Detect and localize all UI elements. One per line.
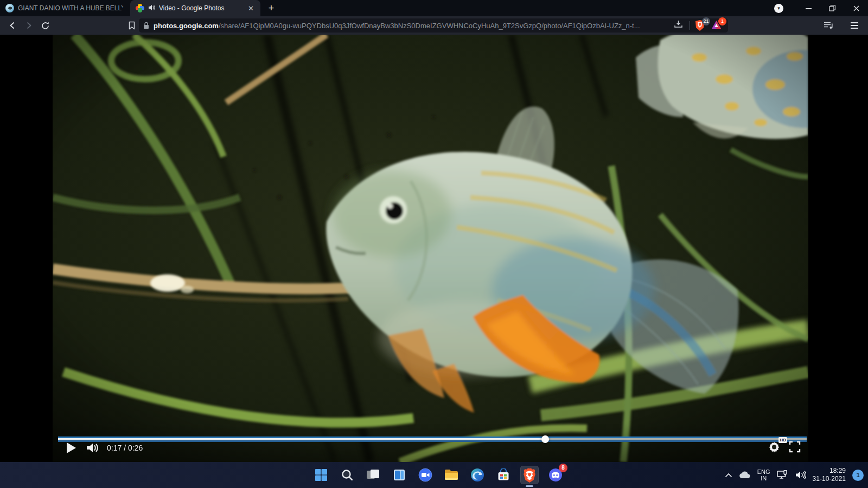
shield-count-badge: 21 <box>702 17 710 25</box>
bookmark-icon[interactable] <box>124 18 140 33</box>
google-photos-favicon <box>136 4 144 12</box>
media-playlist-icon[interactable] <box>820 18 837 33</box>
search-icon[interactable] <box>338 466 356 484</box>
forward-button[interactable] <box>21 18 37 33</box>
clock[interactable]: 18:29 31-10-2021 <box>813 467 846 483</box>
tray-date: 31-10-2021 <box>813 475 846 483</box>
browser-toolbar: photos.google.com/share/AF1QipM0A0gu-wuP… <box>0 16 868 35</box>
task-view-icon[interactable] <box>364 466 382 484</box>
brave-rewards-icon[interactable]: 1 <box>711 20 723 31</box>
tab-title: GIANT DANIO WITH A HUBE BELLY (Pl <box>18 4 123 12</box>
url-text: photos.google.com/share/AF1QipM0A0gu-wuP… <box>154 22 674 30</box>
new-tab-button[interactable]: + <box>265 2 278 15</box>
tab-search-icon[interactable]: ▾ <box>774 4 783 13</box>
settings-gear-icon[interactable]: HD <box>768 441 780 455</box>
store-icon[interactable] <box>494 466 513 484</box>
restore-button[interactable] <box>820 0 844 16</box>
download-icon[interactable] <box>674 20 683 31</box>
tab-title: Video - Google Photos <box>159 4 243 12</box>
window-controls: ▾ <box>774 0 868 16</box>
tab-google-photos[interactable]: Video - Google Photos ✕ <box>130 0 260 16</box>
fish-channel-favicon <box>5 4 14 12</box>
video-frame-fish-scene <box>53 35 808 462</box>
language-indicator[interactable]: ENGIN <box>757 468 770 481</box>
windows-taskbar: 8 ENGIN 18:29 31-10-2021 1 <box>0 462 868 488</box>
system-tray: ENGIN 18:29 31-10-2021 1 <box>725 462 864 488</box>
video-player[interactable]: 0:17 / 0:26 HD <box>53 35 808 462</box>
reload-button[interactable] <box>37 18 53 33</box>
brave-icon[interactable] <box>520 466 539 484</box>
fullscreen-button[interactable] <box>789 441 801 455</box>
video-controls: 0:17 / 0:26 HD <box>53 438 808 458</box>
discord-icon[interactable]: 8 <box>546 466 565 484</box>
tab-audio-icon[interactable] <box>148 3 155 13</box>
chat-icon[interactable] <box>416 466 435 484</box>
url-host: photos.google.com <box>154 22 219 30</box>
screen: GIANT DANIO WITH A HUBE BELLY (Pl Video … <box>0 0 868 488</box>
hidden-icons-chevron-icon[interactable] <box>725 473 732 478</box>
rewards-count-badge: 1 <box>718 17 726 25</box>
tray-time: 18:29 <box>813 467 846 475</box>
minimize-button[interactable] <box>796 0 820 16</box>
url-path: /share/AF1QipM0A0gu-wuPQYDbsU0q3JfOwfDna… <box>219 22 640 30</box>
volume-tray-icon[interactable] <box>795 471 806 479</box>
lock-icon <box>143 22 149 29</box>
network-icon[interactable] <box>777 470 789 480</box>
browser-tab-bar: GIANT DANIO WITH A HUBE BELLY (Pl Video … <box>0 0 868 16</box>
tab-close-icon[interactable]: ✕ <box>247 4 255 12</box>
edge-icon[interactable] <box>468 466 487 484</box>
play-button[interactable] <box>60 438 82 458</box>
start-button[interactable] <box>312 466 330 484</box>
widgets-icon[interactable] <box>390 466 409 484</box>
time-display: 0:17 / 0:26 <box>107 444 143 452</box>
address-bar[interactable]: photos.google.com/share/AF1QipM0A0gu-wuP… <box>139 18 728 33</box>
onedrive-cloud-icon[interactable] <box>739 471 751 479</box>
notification-count-badge[interactable]: 1 <box>852 470 864 481</box>
brave-shield-icon[interactable]: 21 <box>694 20 706 31</box>
volume-button[interactable] <box>82 438 104 458</box>
tab-giant-danio[interactable]: GIANT DANIO WITH A HUBE BELLY (Pl <box>0 0 128 16</box>
discord-notification-badge: 8 <box>559 464 567 472</box>
back-button[interactable] <box>4 18 21 33</box>
hd-quality-badge: HD <box>778 437 787 443</box>
menu-icon[interactable] <box>846 18 863 33</box>
file-explorer-icon[interactable] <box>442 466 461 484</box>
close-window-button[interactable] <box>844 0 868 16</box>
divider <box>690 21 690 30</box>
page-content: 0:17 / 0:26 HD <box>0 35 868 462</box>
